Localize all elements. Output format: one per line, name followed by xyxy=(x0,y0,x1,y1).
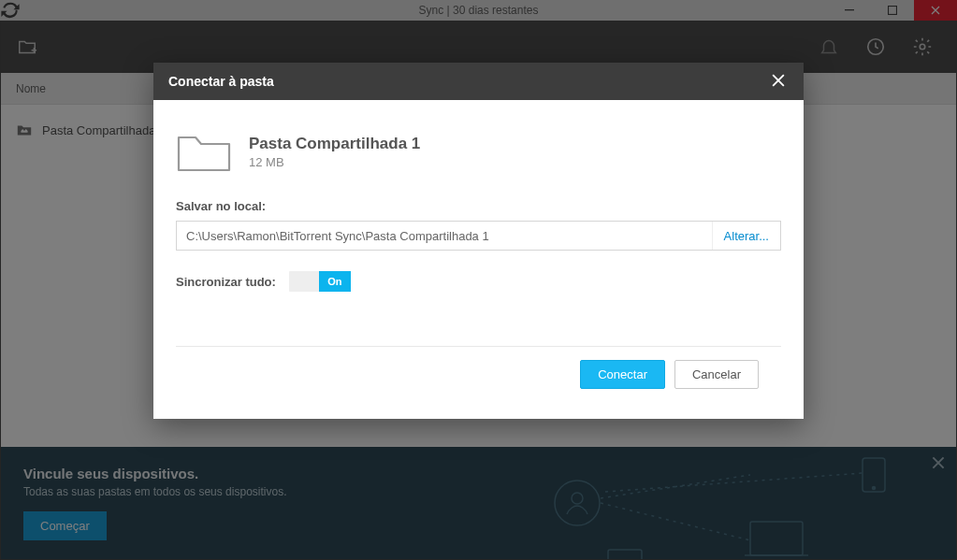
save-location-label: Salvar no local: xyxy=(176,199,781,213)
modal-close-button[interactable] xyxy=(768,70,789,93)
path-input-row: Alterar... xyxy=(176,221,781,251)
folder-info: Pasta Compartilhada 1 12 MB xyxy=(176,128,781,175)
sync-all-label: Sincronizar tudo: xyxy=(176,275,276,289)
folder-name: Pasta Compartilhada 1 xyxy=(249,135,420,153)
modal-footer: Conectar Cancelar xyxy=(176,346,781,402)
folder-icon xyxy=(176,128,232,175)
path-input[interactable] xyxy=(177,222,712,250)
folder-size: 12 MB xyxy=(249,155,420,169)
toggle-state-label: On xyxy=(319,271,351,292)
sync-all-row: Sincronizar tudo: On xyxy=(176,271,781,292)
connect-button[interactable]: Conectar xyxy=(580,360,665,389)
modal-title: Conectar à pasta xyxy=(168,74,274,89)
change-path-button[interactable]: Alterar... xyxy=(712,222,780,250)
connect-folder-modal: Conectar à pasta Pasta Compartilhada 1 1… xyxy=(153,63,804,419)
modal-header: Conectar à pasta xyxy=(153,63,804,100)
cancel-button[interactable]: Cancelar xyxy=(674,360,759,389)
modal-overlay: Conectar à pasta Pasta Compartilhada 1 1… xyxy=(0,0,957,560)
sync-all-toggle[interactable]: On xyxy=(289,271,351,292)
